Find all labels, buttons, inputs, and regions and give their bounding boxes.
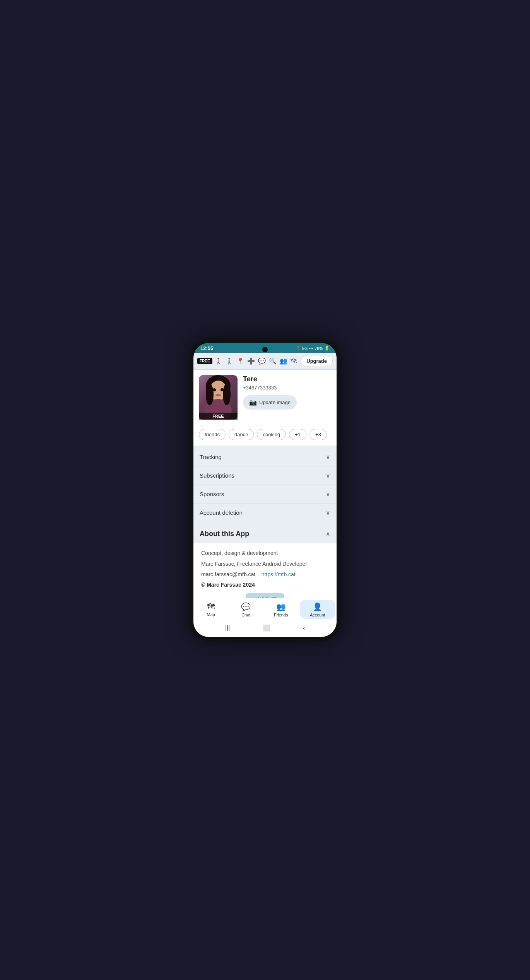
about-section: About this App ∧ Concept, design & devel…: [193, 524, 337, 598]
network-badge: 5G: [302, 346, 308, 351]
about-chevron-up: ∧: [326, 530, 330, 538]
tag-plus3[interactable]: +3: [309, 429, 327, 440]
tag-friends[interactable]: friends: [199, 429, 226, 440]
about-content: Concept, design & development Marc Farss…: [193, 543, 337, 598]
free-badge: FREE: [197, 358, 212, 364]
toolbar-icons: 🚶 🚶‍♂️ 📍 ➕ 💬 🔍 👥 🗺: [215, 357, 299, 365]
sponsors-label: Sponsors: [200, 491, 224, 497]
toolbar: FREE 🚶 🚶‍♂️ 📍 ➕ 💬 🔍 👥 🗺 Upgrade: [193, 353, 337, 370]
profile-info: Tere +34677333333 📷 Update image: [243, 375, 331, 410]
battery-level: 76%: [315, 346, 323, 351]
home-button[interactable]: ⬜: [263, 624, 270, 632]
nav-chat[interactable]: 💬 Chat: [229, 598, 264, 620]
about-header[interactable]: About this App ∧: [193, 524, 337, 543]
version-wrap: v 1.0.0–95: [201, 588, 329, 598]
location-icon: 📍: [296, 346, 301, 351]
message-icon[interactable]: 💬: [258, 357, 266, 365]
update-image-button[interactable]: 📷 Update image: [243, 395, 297, 410]
update-image-label: Update image: [259, 400, 291, 405]
svg-point-8: [215, 394, 221, 396]
subscriptions-label: Subscriptions: [200, 472, 234, 479]
upgrade-button[interactable]: Upgrade: [301, 356, 333, 366]
tag-dance[interactable]: dance: [229, 429, 254, 440]
recents-button[interactable]: |||: [225, 625, 230, 632]
person-icon[interactable]: 🚶: [215, 357, 222, 365]
about-contacts: marc.farssac@mfb.cat https://mfb.cat: [201, 571, 329, 579]
signal-bars: ▪▪▪: [309, 346, 313, 351]
free-overlay-text: FREE: [199, 413, 238, 420]
add-person-icon[interactable]: ➕: [247, 357, 255, 365]
nav-account[interactable]: 👤 Account: [300, 600, 335, 619]
location-pin-icon[interactable]: 📍: [236, 357, 244, 365]
friends-icon: 👥: [276, 602, 286, 611]
about-line2: Marc Farssac, Freelance Android Develope…: [201, 560, 329, 568]
people-icon[interactable]: 🚶‍♂️: [226, 357, 233, 365]
about-url[interactable]: https://mfb.cat: [262, 571, 296, 577]
nav-friends[interactable]: 👥 Friends: [263, 598, 299, 620]
about-header-label: About this App: [200, 530, 249, 538]
account-label: Account: [310, 613, 325, 617]
avatar-wrap: FREE: [199, 375, 238, 420]
chat-icon: 💬: [241, 602, 251, 611]
account-icon: 👤: [313, 602, 322, 611]
phone-frame: 12:55 📍 5G ▪▪▪ 76% 🔋 FREE 🚶 🚶‍♂️ 📍 ➕ 💬 🔍…: [190, 339, 340, 641]
location-search-icon[interactable]: 🗺: [291, 358, 297, 365]
status-icons: 📍 5G ▪▪▪ 76% 🔋: [296, 346, 330, 351]
svg-point-7: [221, 388, 224, 391]
bottom-nav: 🗺 Map 💬 Chat 👥 Friends 👤 Account: [193, 598, 337, 620]
map-label: Map: [207, 612, 215, 617]
section-sponsors[interactable]: Sponsors ∨: [193, 485, 337, 504]
profile-name: Tere: [243, 375, 331, 383]
about-line1: Concept, design & development: [201, 550, 329, 557]
version-badge: v 1.0.0–95: [246, 593, 285, 598]
profile-phone: +34677333333: [243, 385, 331, 391]
about-email[interactable]: marc.farssac@mfb.cat: [201, 571, 255, 577]
battery-icon: 🔋: [324, 346, 330, 351]
friends-label: Friends: [274, 613, 288, 617]
content-scroll[interactable]: FREE Tere +34677333333 📷 Update image fr…: [193, 370, 337, 598]
nav-map[interactable]: 🗺 Map: [193, 598, 229, 620]
sponsors-chevron: ∨: [326, 490, 330, 498]
profile-section: FREE Tere +34677333333 📷 Update image: [193, 370, 337, 425]
tracking-label: Tracking: [200, 454, 222, 460]
map-icon: 🗺: [207, 602, 215, 611]
search-people-icon[interactable]: 🔍: [269, 357, 277, 365]
camera-notch: [262, 347, 268, 352]
back-button[interactable]: ‹: [303, 625, 305, 632]
section-subscriptions[interactable]: Subscriptions ∨: [193, 466, 337, 485]
svg-point-4: [206, 384, 214, 405]
system-nav: ||| ⬜ ‹: [193, 620, 337, 637]
group-search-icon[interactable]: 👥: [280, 357, 287, 365]
tag-plus1[interactable]: +1: [289, 429, 306, 440]
camera-plus-icon: 📷: [249, 399, 257, 406]
tag-cooking[interactable]: cooking: [257, 429, 286, 440]
about-copyright: © Marc Farssac 2024: [201, 582, 329, 588]
account-deletion-label: Account deletion: [200, 509, 243, 516]
svg-point-5: [223, 384, 231, 405]
tracking-chevron: ∨: [326, 453, 330, 461]
section-account-deletion[interactable]: Account deletion ∨: [193, 504, 337, 522]
subscriptions-chevron: ∨: [326, 472, 330, 479]
section-tracking[interactable]: Tracking ∨: [193, 448, 337, 466]
phone-screen: 12:55 📍 5G ▪▪▪ 76% 🔋 FREE 🚶 🚶‍♂️ 📍 ➕ 💬 🔍…: [193, 343, 337, 637]
account-deletion-chevron: ∨: [326, 509, 330, 516]
tags-section: friends dance cooking +1 +3: [193, 425, 337, 446]
chat-label: Chat: [241, 613, 250, 617]
status-time: 12:55: [200, 345, 213, 351]
svg-point-6: [213, 388, 216, 391]
